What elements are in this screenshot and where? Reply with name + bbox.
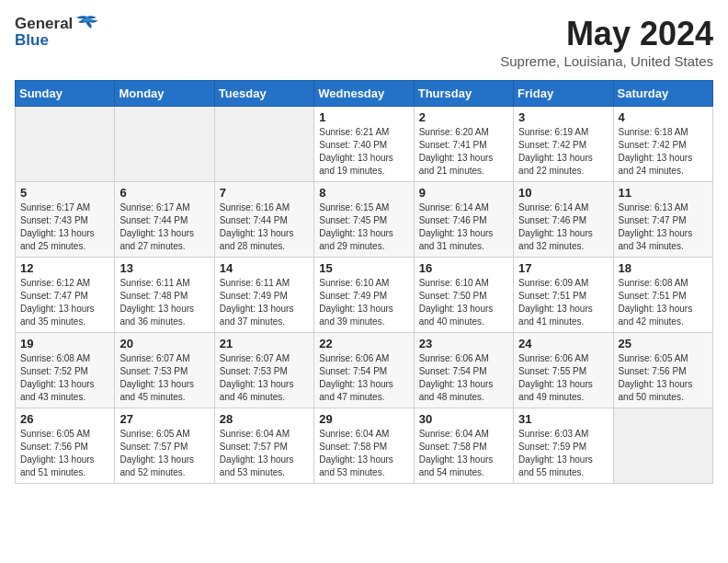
calendar-cell bbox=[16, 107, 115, 182]
calendar-cell: 11Sunrise: 6:13 AM Sunset: 7:47 PM Dayli… bbox=[613, 182, 712, 258]
day-number: 16 bbox=[419, 261, 508, 275]
day-number: 10 bbox=[518, 186, 608, 200]
calendar-cell: 8Sunrise: 6:15 AM Sunset: 7:45 PM Daylig… bbox=[314, 182, 414, 258]
day-number: 17 bbox=[518, 261, 608, 275]
day-number: 2 bbox=[419, 110, 508, 124]
calendar-cell: 29Sunrise: 6:04 AM Sunset: 7:58 PM Dayli… bbox=[314, 408, 414, 484]
calendar-cell: 27Sunrise: 6:05 AM Sunset: 7:57 PM Dayli… bbox=[115, 408, 214, 484]
calendar-cell: 3Sunrise: 6:19 AM Sunset: 7:42 PM Daylig… bbox=[514, 107, 613, 182]
day-info: Sunrise: 6:21 AM Sunset: 7:40 PM Dayligh… bbox=[319, 126, 408, 178]
calendar-cell: 28Sunrise: 6:04 AM Sunset: 7:57 PM Dayli… bbox=[214, 408, 313, 484]
day-number: 1 bbox=[319, 110, 408, 124]
day-number: 8 bbox=[319, 186, 408, 200]
weekday-header-monday: Monday bbox=[115, 81, 214, 107]
day-number: 6 bbox=[119, 186, 209, 200]
day-info: Sunrise: 6:04 AM Sunset: 7:58 PM Dayligh… bbox=[319, 428, 408, 479]
day-info: Sunrise: 6:05 AM Sunset: 7:56 PM Dayligh… bbox=[619, 352, 708, 404]
day-info: Sunrise: 6:05 AM Sunset: 7:56 PM Dayligh… bbox=[20, 428, 109, 479]
day-number: 14 bbox=[220, 261, 309, 275]
calendar-cell: 12Sunrise: 6:12 AM Sunset: 7:47 PM Dayli… bbox=[16, 258, 115, 333]
day-info: Sunrise: 6:07 AM Sunset: 7:53 PM Dayligh… bbox=[119, 352, 209, 404]
day-info: Sunrise: 6:12 AM Sunset: 7:47 PM Dayligh… bbox=[20, 277, 109, 328]
day-number: 31 bbox=[518, 412, 608, 426]
day-info: Sunrise: 6:18 AM Sunset: 7:42 PM Dayligh… bbox=[619, 126, 708, 178]
calendar-cell: 25Sunrise: 6:05 AM Sunset: 7:56 PM Dayli… bbox=[613, 333, 712, 408]
day-info: Sunrise: 6:13 AM Sunset: 7:47 PM Dayligh… bbox=[619, 201, 708, 253]
day-info: Sunrise: 6:04 AM Sunset: 7:57 PM Dayligh… bbox=[220, 428, 309, 479]
day-number: 9 bbox=[419, 186, 508, 200]
day-info: Sunrise: 6:09 AM Sunset: 7:51 PM Dayligh… bbox=[518, 277, 608, 328]
day-info: Sunrise: 6:11 AM Sunset: 7:49 PM Dayligh… bbox=[220, 277, 309, 328]
calendar-cell: 14Sunrise: 6:11 AM Sunset: 7:49 PM Dayli… bbox=[214, 258, 313, 333]
calendar-cell: 21Sunrise: 6:07 AM Sunset: 7:53 PM Dayli… bbox=[214, 333, 313, 408]
day-number: 19 bbox=[20, 337, 109, 350]
calendar-cell: 18Sunrise: 6:08 AM Sunset: 7:51 PM Dayli… bbox=[613, 258, 712, 333]
day-number: 21 bbox=[220, 337, 309, 350]
logo-bird-icon bbox=[74, 15, 100, 33]
day-info: Sunrise: 6:15 AM Sunset: 7:45 PM Dayligh… bbox=[319, 201, 408, 253]
weekday-header-friday: Friday bbox=[514, 81, 613, 107]
logo-blue: Blue bbox=[15, 31, 49, 50]
day-number: 13 bbox=[119, 261, 209, 275]
day-number: 18 bbox=[619, 261, 708, 275]
calendar-cell bbox=[214, 107, 313, 182]
day-info: Sunrise: 6:10 AM Sunset: 7:50 PM Dayligh… bbox=[419, 277, 508, 328]
calendar-table: SundayMondayTuesdayWednesdayThursdayFrid… bbox=[15, 80, 713, 484]
day-info: Sunrise: 6:06 AM Sunset: 7:54 PM Dayligh… bbox=[419, 352, 508, 404]
calendar-cell bbox=[115, 107, 214, 182]
day-number: 25 bbox=[619, 337, 708, 350]
logo-general: General bbox=[15, 15, 73, 33]
calendar-cell: 15Sunrise: 6:10 AM Sunset: 7:49 PM Dayli… bbox=[314, 258, 414, 333]
calendar-cell: 24Sunrise: 6:06 AM Sunset: 7:55 PM Dayli… bbox=[514, 333, 613, 408]
day-number: 4 bbox=[619, 110, 708, 124]
calendar-cell: 7Sunrise: 6:16 AM Sunset: 7:44 PM Daylig… bbox=[214, 182, 313, 258]
title-block: May 2024 Supreme, Louisiana, United Stat… bbox=[500, 15, 713, 69]
calendar-cell: 16Sunrise: 6:10 AM Sunset: 7:50 PM Dayli… bbox=[414, 258, 513, 333]
weekday-header-saturday: Saturday bbox=[613, 81, 712, 107]
day-number: 11 bbox=[619, 186, 708, 200]
calendar-cell: 22Sunrise: 6:06 AM Sunset: 7:54 PM Dayli… bbox=[314, 333, 414, 408]
calendar-cell: 2Sunrise: 6:20 AM Sunset: 7:41 PM Daylig… bbox=[414, 107, 513, 182]
calendar-cell: 31Sunrise: 6:03 AM Sunset: 7:59 PM Dayli… bbox=[514, 408, 613, 484]
location-subtitle: Supreme, Louisiana, United States bbox=[500, 53, 713, 69]
day-number: 7 bbox=[220, 186, 309, 200]
day-info: Sunrise: 6:17 AM Sunset: 7:43 PM Dayligh… bbox=[20, 201, 109, 253]
calendar-cell: 5Sunrise: 6:17 AM Sunset: 7:43 PM Daylig… bbox=[16, 182, 115, 258]
day-info: Sunrise: 6:14 AM Sunset: 7:46 PM Dayligh… bbox=[518, 201, 608, 253]
day-number: 29 bbox=[319, 412, 408, 426]
day-info: Sunrise: 6:08 AM Sunset: 7:51 PM Dayligh… bbox=[619, 277, 708, 328]
day-info: Sunrise: 6:14 AM Sunset: 7:46 PM Dayligh… bbox=[419, 201, 508, 253]
calendar-cell: 6Sunrise: 6:17 AM Sunset: 7:44 PM Daylig… bbox=[115, 182, 214, 258]
calendar-cell: 19Sunrise: 6:08 AM Sunset: 7:52 PM Dayli… bbox=[16, 333, 115, 408]
calendar-cell: 9Sunrise: 6:14 AM Sunset: 7:46 PM Daylig… bbox=[414, 182, 513, 258]
day-number: 27 bbox=[119, 412, 209, 426]
month-title: May 2024 bbox=[500, 15, 713, 53]
day-number: 30 bbox=[419, 412, 508, 426]
day-info: Sunrise: 6:04 AM Sunset: 7:58 PM Dayligh… bbox=[419, 428, 508, 479]
day-info: Sunrise: 6:08 AM Sunset: 7:52 PM Dayligh… bbox=[20, 352, 109, 404]
calendar-cell: 17Sunrise: 6:09 AM Sunset: 7:51 PM Dayli… bbox=[514, 258, 613, 333]
page-header: General Blue May 2024 Supreme, Louisiana… bbox=[15, 15, 713, 69]
day-number: 23 bbox=[419, 337, 508, 350]
day-number: 12 bbox=[20, 261, 109, 275]
day-info: Sunrise: 6:17 AM Sunset: 7:44 PM Dayligh… bbox=[119, 201, 209, 253]
weekday-header-wednesday: Wednesday bbox=[314, 81, 414, 107]
day-info: Sunrise: 6:06 AM Sunset: 7:54 PM Dayligh… bbox=[319, 352, 408, 404]
day-number: 28 bbox=[220, 412, 309, 426]
day-number: 24 bbox=[518, 337, 608, 350]
weekday-header-thursday: Thursday bbox=[414, 81, 513, 107]
weekday-header-sunday: Sunday bbox=[16, 81, 115, 107]
day-info: Sunrise: 6:16 AM Sunset: 7:44 PM Dayligh… bbox=[220, 201, 309, 253]
day-info: Sunrise: 6:05 AM Sunset: 7:57 PM Dayligh… bbox=[119, 428, 209, 479]
calendar-cell: 1Sunrise: 6:21 AM Sunset: 7:40 PM Daylig… bbox=[314, 107, 414, 182]
calendar-cell bbox=[613, 408, 712, 484]
day-number: 15 bbox=[319, 261, 408, 275]
day-info: Sunrise: 6:19 AM Sunset: 7:42 PM Dayligh… bbox=[518, 126, 608, 178]
day-info: Sunrise: 6:10 AM Sunset: 7:49 PM Dayligh… bbox=[319, 277, 408, 328]
logo: General Blue bbox=[15, 15, 100, 50]
day-info: Sunrise: 6:03 AM Sunset: 7:59 PM Dayligh… bbox=[518, 428, 608, 479]
day-number: 3 bbox=[518, 110, 608, 124]
calendar-cell: 13Sunrise: 6:11 AM Sunset: 7:48 PM Dayli… bbox=[115, 258, 214, 333]
day-info: Sunrise: 6:06 AM Sunset: 7:55 PM Dayligh… bbox=[518, 352, 608, 404]
day-info: Sunrise: 6:11 AM Sunset: 7:48 PM Dayligh… bbox=[119, 277, 209, 328]
